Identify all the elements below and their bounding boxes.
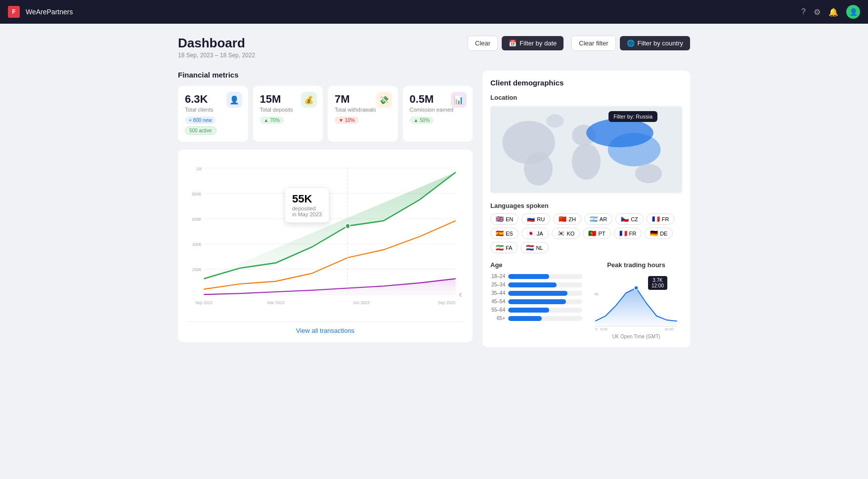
flag-icon: 🇬🇧 — [496, 215, 504, 223]
age-bar-row-5: 65+ — [490, 316, 582, 321]
age-bar-fill-1 — [508, 282, 557, 287]
peak-chart: 8:00 16:30 0 4K 3.7K 12:00 — [590, 274, 682, 333]
chart-area: 1M 800K 600K 400K 200K — [186, 158, 465, 316]
filter-country-label: Filter by country — [638, 40, 683, 47]
age-label-5: 65+ — [490, 316, 505, 321]
svg-text:0: 0 — [595, 327, 597, 331]
left-column: Financial metrics 👤6.3KTotal clients+ 80… — [178, 71, 473, 347]
lang-code: DE — [660, 231, 667, 237]
lang-tag-KO-8[interactable]: 🇰🇷KO — [552, 228, 580, 239]
lang-code: RU — [537, 216, 545, 222]
flag-icon: 🇪🇸 — [496, 230, 504, 237]
topnav: F WeArePartners ? ⚙ 🔔 👤 — [0, 0, 868, 24]
flag-icon: 🇵🇹 — [588, 230, 596, 237]
metric-card-1[interactable]: 💰15MTotal deposits▲ 70% — [253, 86, 323, 142]
svg-marker-29 — [595, 288, 677, 326]
clear-filter-button[interactable]: Clear — [468, 36, 498, 51]
lang-code: ZH — [568, 216, 576, 222]
lang-code: FA — [506, 245, 512, 251]
svg-point-28 — [546, 114, 564, 127]
age-bar-fill-4 — [508, 308, 549, 313]
location-heading: Location — [490, 94, 682, 101]
lang-tag-ZH-2[interactable]: 🇨🇳ZH — [553, 213, 581, 225]
svg-text:4K: 4K — [594, 292, 599, 297]
age-label-2: 35–44 — [490, 290, 505, 296]
age-bar-bg-3 — [508, 299, 582, 304]
brand-name: WeArePartners — [26, 8, 795, 16]
age-bar-row-2: 35–44 — [490, 290, 582, 296]
age-bar-fill-5 — [508, 316, 542, 321]
globe-icon: 🌐 — [627, 40, 635, 47]
age-heading: Age — [490, 261, 582, 269]
lang-tag-EN-0[interactable]: 🇬🇧EN — [490, 213, 519, 225]
age-label-3: 45–54 — [490, 299, 505, 304]
lang-tag-AR-3[interactable]: 🇦🇷AR — [584, 213, 612, 225]
main-container: Dashboard 18 Sep, 2023 – 18 Sep, 2022 Cl… — [162, 24, 706, 359]
languages-heading: Languages spoken — [490, 202, 682, 209]
date-filter-actions: Clear 📅 Filter by date — [468, 36, 564, 51]
lang-tag-CZ-4[interactable]: 🇨🇿CZ — [615, 213, 644, 225]
age-label-0: 18–24 — [490, 274, 505, 279]
lang-code: EN — [506, 216, 513, 222]
lang-tag-RU-1[interactable]: 🇷🇺RU — [521, 213, 550, 225]
lang-code: CZ — [631, 216, 638, 222]
avatar[interactable]: 👤 — [846, 5, 860, 19]
age-bar-bg-4 — [508, 308, 582, 313]
bell-icon[interactable]: 🔔 — [828, 7, 838, 17]
location-section: Location — [490, 94, 682, 194]
svg-point-30 — [634, 286, 638, 290]
lang-tag-FA-12[interactable]: 🇮🇷FA — [490, 242, 518, 253]
flag-icon: 🇯🇵 — [527, 230, 535, 237]
lang-code: ES — [506, 231, 513, 237]
lang-code: AR — [600, 216, 607, 222]
nav-icons: ? ⚙ 🔔 👤 — [801, 5, 860, 19]
view-all-transactions-link[interactable]: View all transactions — [296, 327, 354, 334]
page-title: Dashboard — [178, 36, 460, 51]
lang-code: FR — [662, 216, 669, 222]
metric-badges-0: + 800 new500 active — [185, 117, 241, 135]
lang-code: KO — [567, 231, 575, 237]
lang-code: FR — [629, 231, 637, 237]
lang-tag-ES-6[interactable]: 🇪🇸ES — [490, 228, 519, 239]
metric-card-0[interactable]: 👤6.3KTotal clients+ 800 new500 active — [178, 86, 248, 142]
help-icon[interactable]: ? — [801, 7, 806, 16]
metric-badges-2: ▼ 10% — [335, 117, 391, 124]
chart-tooltip: 55K deposited in May 2023 — [285, 187, 329, 223]
logo-icon: F — [8, 6, 20, 18]
lang-tag-PT-9[interactable]: 🇵🇹PT — [583, 228, 610, 239]
filter-date-label: Filter by date — [520, 40, 557, 47]
lang-tag-DE-11[interactable]: 🇩🇪DE — [645, 228, 673, 239]
metric-icon-0: 👤 — [226, 92, 242, 108]
financial-metrics-heading: Financial metrics — [178, 71, 473, 79]
peak-tooltip-time: 12:00 — [651, 283, 664, 288]
svg-point-14 — [346, 223, 350, 229]
clear-country-filter-button[interactable]: Clear filter — [571, 36, 615, 51]
svg-text:€: € — [459, 292, 462, 298]
age-label-4: 55–64 — [490, 307, 505, 313]
lang-tag-FR-5[interactable]: 🇫🇷FR — [647, 213, 675, 225]
lang-tag-NL-13[interactable]: 🇳🇱NL — [521, 242, 548, 253]
flag-icon: 🇮🇷 — [496, 244, 504, 251]
settings-icon[interactable]: ⚙ — [814, 7, 821, 17]
tooltip-value: 55K — [292, 193, 322, 205]
filter-by-country-button[interactable]: 🌐 Filter by country — [620, 36, 690, 50]
content-grid: Financial metrics 👤6.3KTotal clients+ 80… — [178, 71, 690, 347]
lang-tag-JA-7[interactable]: 🇯🇵JA — [521, 228, 549, 239]
age-bar-row-4: 55–64 — [490, 307, 582, 313]
metric-cards: 👤6.3KTotal clients+ 800 new500 active💰15… — [178, 86, 473, 142]
lang-code: NL — [536, 245, 543, 251]
age-label-1: 25–34 — [490, 282, 505, 287]
filter-by-date-button[interactable]: 📅 Filter by date — [502, 36, 564, 50]
age-bar-row-0: 18–24 — [490, 274, 582, 279]
lang-tag-FR-10[interactable]: 🇫🇷FR — [614, 228, 642, 239]
bottom-demographics: Age 18–24 25–34 35–44 45–54 55–64 65+ — [490, 261, 682, 339]
flag-icon: 🇷🇺 — [527, 215, 535, 223]
metric-card-2[interactable]: 💸7MTotal withdrawals▼ 10% — [328, 86, 398, 142]
world-map[interactable]: Filter by: Russia — [490, 105, 682, 194]
metric-badges-3: ▲ 50% — [410, 117, 466, 124]
flag-icon: 🇰🇷 — [557, 230, 565, 237]
svg-point-26 — [608, 133, 661, 166]
flag-icon: 🇳🇱 — [526, 244, 534, 251]
metric-card-3[interactable]: 📊0.5MComission earned▲ 50% — [403, 86, 473, 142]
metric-icon-2: 💸 — [376, 92, 392, 108]
